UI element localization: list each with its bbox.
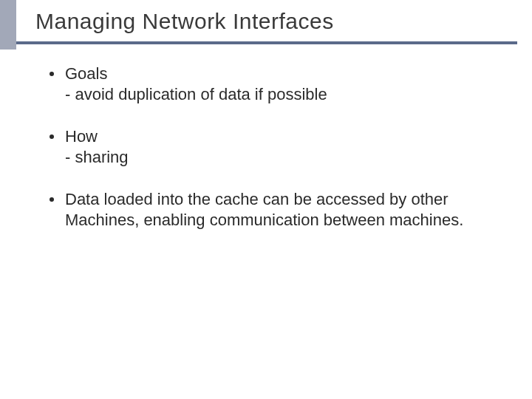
bullet-text: Data loaded into the cache can be access… [65,189,502,230]
slide-content: Goals - avoid duplication of data if pos… [0,44,532,230]
bullet-dot-icon [50,197,54,202]
title-block: Managing Network Interfaces [0,0,532,34]
bullet-marker [38,126,65,139]
bullet-item: How - sharing [38,126,502,167]
bullet-text: Goals - avoid duplication of data if pos… [65,64,502,104]
bullet-item: Data loaded into the cache can be access… [38,189,502,230]
bullet-marker [38,189,65,202]
bullet-dot-icon [50,134,54,139]
bullet-text: How - sharing [65,126,502,167]
bullet-marker [38,64,65,76]
slide-accent-block [0,0,16,50]
bullet-dot-icon [50,72,54,76]
bullet-item: Goals - avoid duplication of data if pos… [38,64,502,104]
slide-title: Managing Network Interfaces [35,9,532,34]
